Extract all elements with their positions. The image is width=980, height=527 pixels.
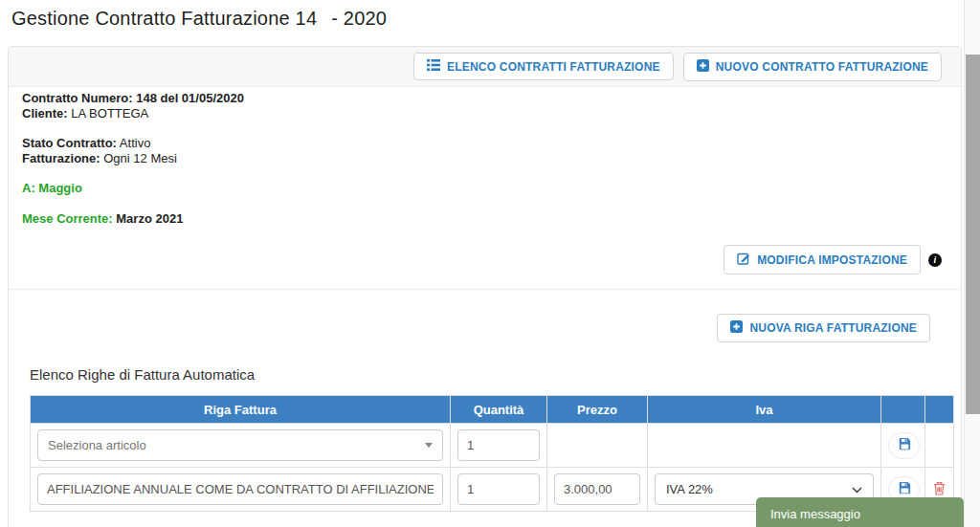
nuovo-contratto-button[interactable]: NUOVO CONTRATTO FATTURAZIONE xyxy=(683,53,942,81)
mese-corrente-value: Marzo 2021 xyxy=(116,211,183,226)
nuova-riga-button[interactable]: NUOVA RIGA FATTURAZIONE xyxy=(717,314,930,342)
panel-header: ELENCO CONTRATTI FATTURAZIONE NUOVO CONT… xyxy=(9,47,961,87)
a-label: A: xyxy=(22,181,35,195)
iva-select-value: IVA 22% xyxy=(666,482,713,496)
dashed-divider xyxy=(9,289,961,290)
chat-toast-message: Invia messaggio xyxy=(770,507,860,521)
cliente-line: Cliente: LA BOTTEGA xyxy=(22,106,244,121)
col-riga-fattura: Riga Fattura xyxy=(31,396,451,424)
fatturazione-line: Fatturazione: Ogni 12 Mesi xyxy=(22,151,244,166)
mese-corrente-line: Mese Corrente: Marzo 2021 xyxy=(22,211,244,227)
delete-row-button[interactable] xyxy=(933,481,946,498)
edit-icon xyxy=(737,252,750,268)
cliente-value: LA BOTTEGA xyxy=(71,106,148,121)
col-quantita: Quantità xyxy=(451,396,547,424)
redaction-box xyxy=(317,9,331,30)
save-icon xyxy=(898,481,911,497)
delete-cell-empty xyxy=(925,424,954,468)
quantita-input[interactable] xyxy=(457,473,540,505)
modifica-impostazione-label: MODIFICA IMPOSTAZIONE xyxy=(757,253,907,267)
col-delete xyxy=(925,396,954,424)
righe-fattura-table: Riga Fattura Quantità Prezzo Iva Selezio… xyxy=(30,395,954,512)
chat-toast[interactable]: Invia messaggio xyxy=(756,497,964,527)
stato-label: Stato Contratto: xyxy=(22,136,117,150)
fatturazione-label: Fatturazione: xyxy=(22,151,100,165)
elenco-contratti-button[interactable]: ELENCO CONTRATTI FATTURAZIONE xyxy=(413,53,674,80)
nuovo-contratto-label: NUOVO CONTRATTO FATTURAZIONE xyxy=(716,60,928,74)
col-iva: Iva xyxy=(648,396,881,424)
mese-corrente-label: Mese Corrente: xyxy=(22,211,113,226)
contratto-numero-value: 148 del 01/05/2020 xyxy=(136,91,244,105)
fatturazione-value: Ogni 12 Mesi xyxy=(103,151,177,165)
nuova-riga-row: NUOVA RIGA FATTURAZIONE xyxy=(717,314,930,342)
table-header-row: Riga Fattura Quantità Prezzo Iva xyxy=(31,396,954,424)
table-row: Seleziona articolo xyxy=(31,424,954,468)
elenco-contratti-label: ELENCO CONTRATTI FATTURAZIONE xyxy=(447,60,660,74)
save-icon xyxy=(898,437,911,453)
modifica-impostazione-button[interactable]: MODIFICA IMPOSTAZIONE xyxy=(724,245,921,274)
contratto-numero-line: Contratto Numero: 148 del 01/05/2020 xyxy=(22,91,244,106)
info-circle-icon[interactable]: i xyxy=(928,253,942,267)
col-save xyxy=(881,396,925,424)
articolo-select-placeholder: Seleziona articolo xyxy=(48,438,146,452)
prezzo-cell-empty xyxy=(547,424,648,468)
modifica-row: MODIFICA IMPOSTAZIONE i xyxy=(724,245,942,274)
nuova-riga-label: NUOVA RIGA FATTURAZIONE xyxy=(749,321,917,335)
chevron-down-icon xyxy=(425,443,433,448)
a-line: A: Maggio xyxy=(22,181,244,196)
iva-cell-empty xyxy=(648,424,881,468)
prezzo-input[interactable] xyxy=(554,473,640,505)
plus-square-icon xyxy=(697,59,709,75)
cliente-label: Cliente: xyxy=(22,106,68,121)
page-title-prefix: Gestione Contratto Fatturazione 14 xyxy=(11,8,317,29)
col-prezzo: Prezzo xyxy=(547,396,648,424)
contratto-numero-label: Contratto Numero: xyxy=(22,91,133,105)
articolo-select[interactable]: Seleziona articolo xyxy=(37,429,443,461)
save-row-button[interactable] xyxy=(888,432,920,459)
a-value: Maggio xyxy=(38,181,82,195)
scrollbar-track[interactable] xyxy=(964,0,980,527)
contract-info: Contratto Numero: 148 del 01/05/2020 Cli… xyxy=(22,91,244,226)
trash-icon xyxy=(933,481,946,498)
riga-fattura-input[interactable] xyxy=(37,473,443,505)
scrollbar-thumb[interactable] xyxy=(966,55,980,414)
page-title: Gestione Contratto Fatturazione 14- 2020 xyxy=(11,8,387,30)
chevron-down-icon xyxy=(852,482,862,496)
table-heading: Elenco Righe di Fattura Automatica xyxy=(30,366,255,383)
stato-line: Stato Contratto: Attivo xyxy=(22,136,244,151)
plus-square-icon xyxy=(730,320,743,336)
page-title-suffix: - 2020 xyxy=(331,8,387,29)
list-icon xyxy=(427,59,440,74)
stato-value: Attivo xyxy=(120,136,151,150)
contract-panel: ELENCO CONTRATTI FATTURAZIONE NUOVO CONT… xyxy=(8,46,962,527)
quantita-input[interactable] xyxy=(457,429,540,461)
